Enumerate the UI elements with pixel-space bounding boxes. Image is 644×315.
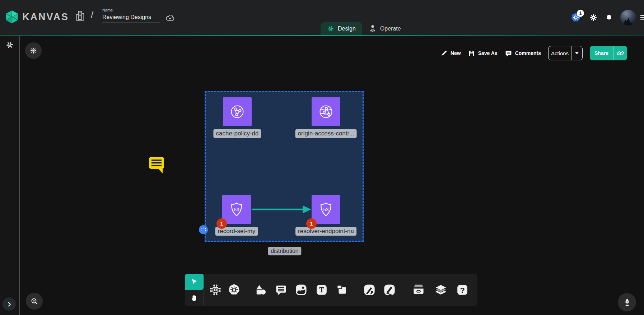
new-button-label: New	[451, 50, 461, 56]
name-field-label: Name	[102, 8, 160, 12]
node-resolver-endpoint[interactable]: 53	[312, 195, 340, 224]
tool-layers[interactable]	[434, 283, 448, 296]
tool-pen[interactable]	[363, 283, 376, 296]
save-as-button[interactable]: Save As	[468, 50, 498, 57]
tool-archive[interactable]	[412, 284, 425, 296]
gear-flower-icon	[29, 47, 37, 55]
app-root: KANVAS / Name	[0, 0, 644, 315]
comment-icon	[505, 50, 512, 57]
dock-select-column	[185, 274, 204, 306]
svg-text:53: 53	[323, 207, 329, 212]
accent-divider	[0, 35, 644, 36]
route53-shield-icon: 53	[228, 201, 245, 218]
notifications-button[interactable]	[605, 13, 613, 22]
layers-icon	[434, 283, 448, 296]
actions-dropdown[interactable]	[571, 46, 582, 60]
actions-button-label: Actions	[549, 46, 571, 60]
hamburger-menu-icon[interactable]	[640, 15, 644, 20]
tool-image[interactable]	[295, 283, 308, 296]
brand-wordmark: KANVAS	[22, 11, 69, 23]
tool-pan-hand[interactable]	[185, 290, 204, 306]
tab-design-label: Design	[338, 26, 356, 32]
circuit-icon	[209, 283, 222, 296]
tool-comment[interactable]	[275, 284, 287, 296]
chevron-right-icon	[6, 301, 13, 307]
tab-operate-label: Operate	[380, 26, 401, 32]
spiral-icon[interactable]	[5, 41, 14, 49]
connection-arrow[interactable]	[251, 203, 313, 216]
pen-tool-icon	[363, 283, 376, 296]
comments-button-label: Comments	[515, 50, 541, 56]
node-origin-access-control[interactable]	[312, 97, 340, 126]
brand-logo[interactable]: KANVAS	[5, 10, 69, 23]
dock-section-draw	[356, 274, 403, 306]
settings-button[interactable]	[589, 13, 598, 22]
tool-help[interactable]: ?	[456, 284, 468, 296]
group-caption: distribution	[268, 247, 301, 255]
link-icon	[616, 49, 624, 57]
canvas-toolbar: New Save As Comment	[440, 46, 627, 60]
tool-shapes[interactable]	[254, 283, 267, 296]
caret-down-icon	[575, 52, 579, 54]
canvas-settings-button[interactable]	[25, 42, 42, 59]
node-cache-policy[interactable]	[223, 97, 252, 126]
cloud-check-icon	[165, 13, 175, 22]
tool-text[interactable]: T	[316, 284, 328, 296]
pen-nib-button[interactable]	[618, 293, 636, 311]
comment-marker[interactable]	[148, 156, 165, 174]
node-badge: 1	[306, 218, 317, 229]
tool-frame[interactable]	[336, 284, 348, 296]
bell-icon	[605, 13, 613, 22]
new-button[interactable]: New	[440, 50, 461, 57]
node-record-set[interactable]: 53	[222, 195, 251, 224]
svg-text:?: ?	[460, 286, 465, 295]
zoom-in-button[interactable]	[26, 293, 43, 310]
topbar-right-cluster: 1	[570, 0, 644, 35]
tool-flowchart[interactable]	[209, 283, 222, 296]
comment-icon	[275, 284, 287, 296]
kubernetes-status-button[interactable]: 1	[570, 12, 581, 23]
breadcrumb-separator: /	[91, 9, 93, 20]
floppy-icon	[468, 50, 475, 57]
tool-select-pointer[interactable]	[185, 274, 204, 290]
selected-group-distribution[interactable]: 53 53 1 1 cache-policy-dd origin-access-…	[205, 91, 364, 242]
person-icon	[369, 24, 377, 33]
dashed-rect-icon	[201, 228, 206, 231]
archive-drawer-icon	[412, 284, 425, 296]
expand-sidebar-button[interactable]	[3, 297, 16, 311]
copy-link-button[interactable]	[613, 46, 627, 60]
design-name-input[interactable]	[102, 13, 160, 23]
mode-tabs: Design Operate	[321, 22, 407, 35]
actions-button[interactable]: Actions	[548, 46, 583, 60]
pencil-icon	[440, 50, 448, 57]
kubernetes-wheel-icon	[227, 283, 241, 297]
tool-kubernetes[interactable]	[227, 283, 241, 297]
cloudfront-globe-icon	[229, 103, 246, 120]
group-selection-handle[interactable]	[199, 225, 208, 234]
shapes-icon	[254, 283, 267, 296]
text-icon: T	[316, 284, 328, 296]
cursor-icon	[190, 278, 199, 286]
kanvas-logo-icon	[5, 10, 19, 23]
tab-design[interactable]: Design	[321, 22, 362, 35]
node-label: cache-policy-dd	[213, 129, 261, 138]
comments-button[interactable]: Comments	[505, 50, 541, 57]
svg-text:T: T	[319, 286, 325, 294]
pen-nib-icon	[623, 298, 631, 307]
node-label: origin-access-contr...	[295, 129, 357, 138]
spiral-icon	[327, 25, 334, 32]
frame-icon	[336, 284, 348, 296]
tool-pencil[interactable]	[383, 283, 396, 296]
avatar[interactable]	[620, 10, 636, 26]
building-icon[interactable]	[75, 10, 85, 22]
svg-text:53: 53	[234, 207, 239, 212]
share-button-label: Share	[590, 46, 613, 60]
dock-section-manage: ?	[403, 274, 477, 306]
hand-icon	[190, 294, 199, 302]
design-canvas[interactable]: New Save As Comment	[20, 36, 644, 315]
share-button[interactable]: Share	[590, 46, 627, 60]
question-icon: ?	[456, 284, 468, 296]
zoom-in-icon	[30, 297, 39, 306]
route53-shield-icon: 53	[318, 201, 334, 218]
tab-operate[interactable]: Operate	[362, 22, 407, 35]
